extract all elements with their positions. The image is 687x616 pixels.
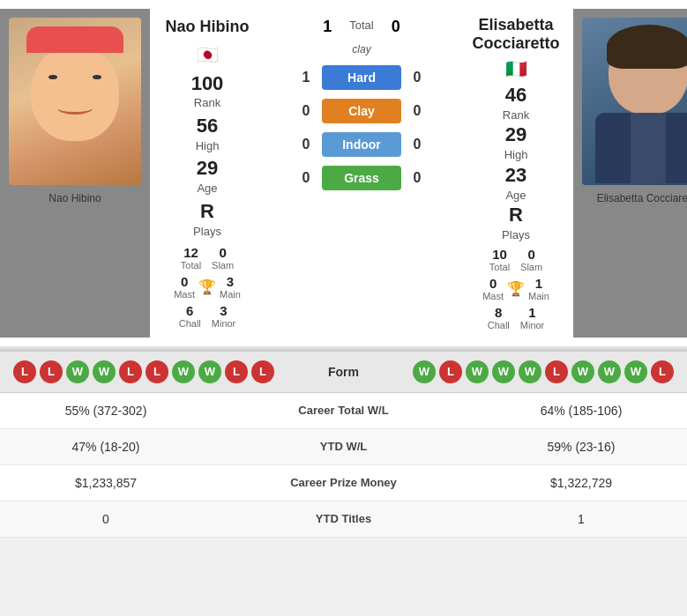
right-trophy-icon: 🏆: [507, 280, 525, 297]
form-badge-right: W: [466, 360, 489, 383]
form-badge-left: L: [13, 360, 36, 383]
left-mast-label: Mast: [174, 289, 195, 300]
left-plays-label: Plays: [193, 225, 221, 240]
left-high-label: High: [196, 139, 220, 154]
form-badge-left: L: [146, 360, 168, 383]
grass-badge: Grass: [322, 166, 401, 190]
court-row-indoor: 0 Indoor 0: [297, 132, 426, 157]
right-player-flag: 🇮🇹: [505, 58, 527, 79]
left-stats-panel: Nao Hibino 🇯🇵 100 Rank 56 High 29 Age R …: [150, 9, 265, 338]
right-main-label: Main: [528, 291, 549, 301]
right-total-stat: 10 Total: [489, 247, 510, 272]
left-player-flag: 🇯🇵: [197, 44, 219, 65]
stats-row-left-0: 55% (372-302): [18, 404, 194, 418]
right-form-badges: WLWWWLWWWL: [413, 360, 674, 383]
court-row-grass: 0 Grass 0: [297, 166, 426, 190]
right-age-block: 23 Age: [505, 163, 526, 203]
left-slam-stat: 0 Slam: [212, 245, 234, 271]
form-badge-right: L: [651, 360, 674, 383]
player-comparison: Nao Hibino Nao Hibino 🇯🇵 100 Rank 56 Hig…: [0, 0, 687, 349]
stats-row-left-1: 47% (18-20): [18, 440, 194, 454]
right-slam-value: 0: [520, 247, 542, 262]
center-section: 1 Total 0 clay 1 Hard 0 0 Clay 0 0 Indoo…: [265, 9, 459, 338]
stats-row-center-0: Career Total W/L: [194, 404, 493, 417]
left-main-value: 3: [220, 274, 241, 289]
form-badge-left: W: [172, 360, 195, 383]
court-row-hard: 1 Hard 0: [297, 65, 426, 90]
right-age-value: 23: [505, 163, 526, 189]
form-badge-right: W: [571, 360, 594, 383]
right-chall-stat: 8 Chall: [488, 305, 510, 330]
form-badge-left: L: [119, 360, 142, 383]
right-minor-value: 1: [520, 305, 545, 320]
hard-right-score: 0: [408, 70, 426, 85]
form-badge-right: W: [413, 360, 436, 383]
left-chall-label: Chall: [179, 318, 201, 329]
left-player-photo: Nao Hibino: [0, 9, 150, 338]
right-plays-block: R Plays: [502, 203, 530, 242]
right-minor-label: Minor: [520, 320, 545, 330]
left-total-label: Total: [181, 260, 201, 271]
form-badge-left: W: [198, 360, 221, 383]
left-slam-value: 0: [212, 245, 234, 260]
right-mast-label: Mast: [482, 291, 504, 301]
grass-right-score: 0: [408, 170, 426, 186]
left-total-value: 12: [181, 245, 201, 260]
right-chall-label: Chall: [488, 320, 510, 330]
form-badge-left: L: [225, 360, 248, 383]
stats-row-center-2: Career Prize Money: [194, 476, 493, 489]
right-minor-stat: 1 Minor: [520, 305, 545, 330]
right-mast-stat: 0 Mast 🏆 1 Main: [482, 276, 549, 301]
form-badge-left: W: [93, 360, 116, 383]
indoor-left-score: 0: [297, 137, 315, 152]
stats-row-right-1: 59% (23-16): [493, 440, 669, 454]
stats-row-0: 55% (372-302)Career Total W/L64% (185-10…: [0, 393, 687, 429]
left-rank-block: 100 Rank: [191, 71, 224, 111]
right-rank-value: 46: [503, 83, 529, 108]
left-trophy-icon: 🏆: [198, 278, 216, 295]
left-plays-block: R Plays: [193, 199, 221, 239]
clay-left-score: 0: [297, 103, 315, 119]
left-age-value: 29: [197, 156, 218, 182]
left-player-name: Nao Hibino: [166, 18, 250, 36]
stats-row-center-3: YTD Titles: [194, 512, 493, 525]
stats-row-2: $1,233,857Career Prize Money$1,322,729: [0, 465, 687, 501]
stats-row-3: 0YTD Titles1: [0, 501, 687, 538]
form-badge-right: L: [545, 360, 568, 383]
form-badge-right: L: [439, 360, 462, 383]
form-section: LLWWLLWWLL Form WLWWWLWWWL: [0, 352, 687, 393]
form-badge-left: W: [66, 360, 89, 383]
right-high-value: 29: [504, 122, 528, 148]
left-total-stat: 12 Total: [181, 245, 201, 271]
stats-row-right-2: $1,322,729: [493, 476, 669, 490]
stats-row-left-2: $1,233,857: [18, 476, 194, 490]
right-plays-value: R: [502, 203, 530, 228]
stats-row-left-3: 0: [18, 512, 194, 526]
right-slam-label: Slam: [520, 262, 542, 272]
left-high-block: 56 High: [196, 114, 220, 153]
stats-row-right-3: 1: [493, 512, 669, 526]
left-mast-value: 0: [174, 274, 195, 289]
form-badge-right: W: [624, 360, 647, 383]
stats-rows-container: 55% (372-302)Career Total W/L64% (185-10…: [0, 393, 687, 538]
left-player-name-below: Nao Hibino: [47, 189, 102, 208]
form-badge-right: W: [519, 360, 541, 383]
form-badge-left: L: [40, 360, 63, 383]
left-age-label: Age: [197, 182, 218, 197]
clay-right-score: 0: [408, 103, 426, 119]
left-minor-label: Minor: [212, 318, 236, 329]
left-total-score: 1: [323, 18, 332, 36]
left-chall-stat: 6 Chall: [179, 303, 201, 329]
right-stats-panel: Elisabetta Cocciaretto 🇮🇹 46 Rank 29 Hig…: [459, 9, 573, 338]
right-slam-stat: 0 Slam: [520, 247, 542, 272]
right-mast-value: 0: [482, 276, 504, 291]
right-total-label: Total: [489, 262, 510, 272]
right-player-image: [582, 18, 687, 185]
left-mini-stats: 12 Total 0 Slam 0 Mast 🏆 3 Main: [159, 245, 256, 329]
left-mast-stat: 0 Mast 🏆 3 Main: [174, 274, 241, 300]
stats-row-1: 47% (18-20)YTD W/L59% (23-16): [0, 429, 687, 465]
left-slam-label: Slam: [212, 260, 234, 271]
indoor-badge: Indoor: [322, 132, 401, 157]
left-age-block: 29 Age: [197, 156, 218, 196]
grass-left-score: 0: [297, 170, 315, 186]
